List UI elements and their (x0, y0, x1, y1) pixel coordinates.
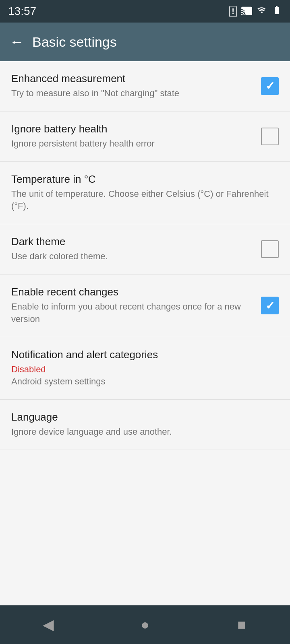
status-icons: ! (229, 5, 282, 17)
setting-title-dark-theme: Dark theme (11, 235, 253, 248)
setting-desc-enhanced-measurement: Try to measure also in "Not charging" st… (11, 87, 253, 100)
setting-desc-enable-recent-changes: Enable to inform you about recent change… (11, 301, 253, 326)
back-button[interactable]: ← (10, 33, 24, 50)
setting-title-notification-alert: Notification and alert categories (11, 349, 271, 361)
setting-desc-temperature-unit: The unit of temperature. Choose either C… (11, 188, 271, 213)
page-title: Basic settings (32, 34, 117, 50)
setting-item-temperature-unit[interactable]: Temperature in °CThe unit of temperature… (0, 162, 290, 225)
setting-text-enhanced-measurement: Enhanced measurementTry to measure also … (11, 72, 261, 100)
setting-item-notification-alert[interactable]: Notification and alert categoriesDisable… (0, 337, 290, 400)
status-bar: 13:57 ! (0, 0, 290, 23)
setting-text-temperature-unit: Temperature in °CThe unit of temperature… (11, 173, 279, 213)
setting-item-ignore-battery-health[interactable]: Ignore battery healthIgnore persistent b… (0, 111, 290, 162)
setting-text-language: LanguageIgnore device language and use a… (11, 411, 279, 438)
setting-item-enable-recent-changes[interactable]: Enable recent changesEnable to inform yo… (0, 275, 290, 337)
status-time: 13:57 (8, 5, 36, 18)
setting-text-dark-theme: Dark themeUse dark colored theme. (11, 235, 261, 263)
checkbox-ignore-battery-health[interactable] (261, 128, 279, 145)
checkbox-enable-recent-changes[interactable] (261, 297, 279, 314)
setting-desc-dark-theme: Use dark colored theme. (11, 250, 253, 263)
checkbox-dark-theme[interactable] (261, 240, 279, 258)
cast-icon (241, 5, 252, 17)
checkbox-enhanced-measurement[interactable] (261, 77, 279, 95)
nav-recents-button[interactable]: ■ (230, 613, 254, 637)
setting-text-notification-alert: Notification and alert categoriesDisable… (11, 349, 279, 388)
setting-item-enhanced-measurement[interactable]: Enhanced measurementTry to measure also … (0, 61, 290, 111)
setting-title-temperature-unit: Temperature in °C (11, 173, 271, 186)
setting-title-language: Language (11, 411, 271, 423)
setting-title-enhanced-measurement: Enhanced measurement (11, 72, 253, 85)
setting-text-enable-recent-changes: Enable recent changesEnable to inform yo… (11, 286, 261, 326)
setting-desc-notification-alert: Android system settings (11, 376, 271, 388)
setting-desc-ignore-battery-health: Ignore persistent battery health error (11, 138, 253, 150)
setting-desc-language: Ignore device language and use another. (11, 426, 271, 438)
app-bar: ← Basic settings (0, 23, 290, 61)
wifi-icon (256, 5, 267, 17)
setting-title-enable-recent-changes: Enable recent changes (11, 286, 253, 298)
nav-home-button[interactable]: ● (133, 613, 157, 637)
setting-text-ignore-battery-health: Ignore battery healthIgnore persistent b… (11, 123, 261, 150)
bottom-nav: ◀ ● ■ (0, 605, 290, 644)
settings-list: Enhanced measurementTry to measure also … (0, 61, 290, 605)
setting-item-dark-theme[interactable]: Dark themeUse dark colored theme. (0, 224, 290, 275)
setting-status-notification-alert: Disabled (11, 363, 271, 376)
alert-icon: ! (229, 6, 237, 17)
setting-title-ignore-battery-health: Ignore battery health (11, 123, 253, 135)
setting-item-language[interactable]: LanguageIgnore device language and use a… (0, 400, 290, 450)
nav-back-button[interactable]: ◀ (36, 613, 60, 637)
battery-icon (271, 5, 282, 17)
